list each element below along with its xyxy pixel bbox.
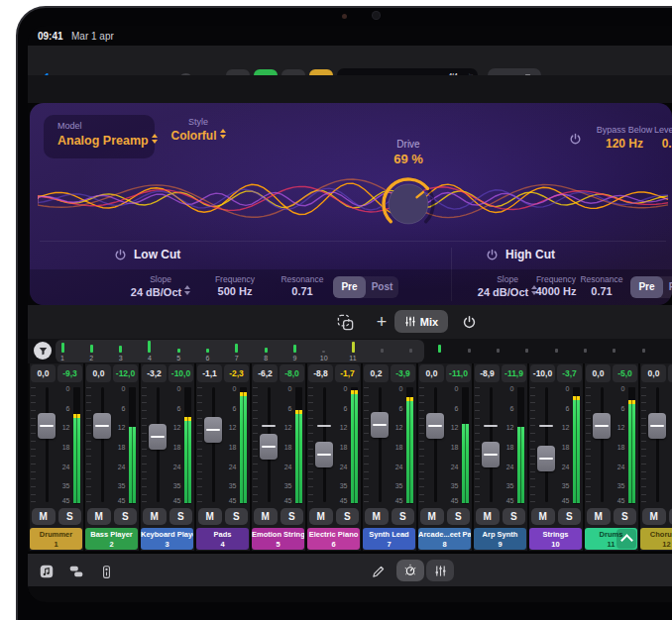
volume-fader[interactable] [370, 385, 390, 504]
overview-track-slot[interactable]: 8 [260, 339, 272, 363]
solo-button[interactable]: S [447, 508, 471, 525]
mute-button[interactable]: M [143, 508, 167, 525]
overview-track-slot[interactable]: 5 [172, 339, 184, 363]
overview-track-slot[interactable]: 10 [318, 339, 330, 363]
faders-view-button[interactable] [426, 560, 454, 581]
drive-knob[interactable] [379, 174, 438, 234]
mixer-power-button[interactable] [458, 312, 480, 332]
solo-button[interactable]: S [225, 508, 249, 525]
low-cut-frequency[interactable]: Frequency500 Hz [200, 269, 270, 297]
track-name-tag[interactable]: Keyboard Player3 [141, 528, 193, 550]
fader-cap[interactable] [371, 412, 389, 438]
track-name-tag[interactable]: Drums11 [585, 528, 637, 550]
overview-track-slot[interactable] [493, 339, 504, 363]
mute-button[interactable]: M [642, 508, 666, 525]
loops-browser-button[interactable] [36, 562, 57, 581]
volume-fader[interactable] [592, 385, 612, 504]
track-name-tag[interactable]: Strings10 [529, 528, 582, 550]
overview-track-slot[interactable]: 7 [231, 339, 243, 363]
overview-track-slot[interactable] [434, 339, 446, 363]
overview-track-slot[interactable] [579, 339, 591, 363]
high-cut-power-icon[interactable] [486, 249, 499, 261]
channel-strip-button[interactable] [95, 562, 117, 581]
fader-cap[interactable] [149, 424, 167, 450]
overview-track-slot[interactable]: 11 [347, 339, 359, 363]
add-track-button[interactable]: + [371, 309, 392, 335]
mute-button[interactable]: M [365, 508, 389, 525]
solo-button[interactable]: S [169, 508, 193, 525]
overview-track-slot[interactable] [376, 339, 388, 363]
model-selector[interactable]: Model Analog Preamp [44, 115, 155, 158]
pre-button[interactable]: Pre [333, 276, 366, 298]
patch-library-button[interactable] [65, 562, 87, 581]
volume-fader[interactable] [536, 385, 556, 504]
fader-cap[interactable] [260, 434, 278, 460]
solo-button[interactable]: S [280, 508, 304, 525]
overview-track-slot[interactable] [405, 339, 417, 363]
track-name-tag[interactable]: Synth Lead7 [363, 528, 415, 550]
mute-button[interactable]: M [87, 508, 111, 525]
track-name-tag[interactable]: Arp Synth9 [474, 528, 526, 550]
mute-button[interactable]: M [420, 508, 444, 525]
track-name-tag[interactable]: Pads4 [196, 528, 249, 550]
volume-fader[interactable] [481, 385, 501, 504]
mute-button[interactable]: M [198, 508, 222, 525]
fader-cap[interactable] [426, 413, 444, 439]
controls-view-button[interactable] [396, 560, 424, 581]
volume-fader[interactable] [647, 385, 667, 504]
overview-track-slot[interactable]: 3 [115, 339, 127, 363]
mix-toggle-button[interactable]: Mix [394, 310, 448, 333]
mute-button[interactable]: M [587, 508, 611, 525]
mute-button[interactable]: M [476, 508, 500, 525]
post-button[interactable]: Post [663, 276, 672, 298]
track-name-tag[interactable]: Bass Player2 [85, 528, 138, 550]
track-name-tag[interactable]: Arcade...eet Pad8 [418, 528, 471, 550]
fader-cap[interactable] [593, 413, 611, 439]
fader-cap[interactable] [315, 442, 333, 467]
track-name-tag[interactable]: Emotion Strings5 [252, 528, 304, 550]
overview-track-slot[interactable] [609, 339, 620, 363]
overview-track-slot[interactable]: 4 [144, 339, 156, 363]
mute-button[interactable]: M [32, 508, 56, 525]
volume-fader[interactable] [203, 385, 223, 504]
overview-track-slot[interactable] [521, 339, 533, 363]
solo-button[interactable]: S [558, 508, 582, 525]
volume-fader[interactable] [314, 385, 334, 504]
overview-track-slot[interactable] [550, 339, 562, 363]
mute-button[interactable]: M [309, 508, 333, 525]
track-name-tag[interactable]: Chorus V12 [640, 528, 672, 550]
volume-fader[interactable] [425, 385, 445, 504]
track-name-tag[interactable]: Electric Piano6 [307, 528, 360, 550]
fader-cap[interactable] [93, 413, 111, 439]
mute-button[interactable]: M [254, 508, 278, 525]
mute-button[interactable]: M [531, 508, 555, 525]
level-value[interactable]: 0.0 [652, 137, 672, 151]
fader-cap[interactable] [482, 442, 500, 467]
fader-cap[interactable] [648, 413, 666, 439]
solo-button[interactable]: S [614, 508, 637, 525]
low-cut-power-icon[interactable] [114, 249, 127, 261]
volume-fader[interactable] [148, 385, 168, 504]
track-name-tag[interactable]: Drummer1 [30, 528, 82, 550]
solo-button[interactable]: S [392, 508, 415, 525]
low-cut-slope[interactable]: Slope24 dB/Oct [126, 269, 195, 298]
overview-track-slot[interactable] [463, 339, 475, 363]
solo-button[interactable]: S [58, 508, 82, 525]
post-button[interactable]: Post [366, 276, 398, 298]
style-selector[interactable]: Colorful [159, 129, 238, 143]
collapse-mixer-button[interactable] [616, 529, 636, 549]
overview-track-slot[interactable]: 6 [202, 339, 214, 363]
overview-track-slot[interactable] [637, 339, 649, 363]
filter-tracks-button[interactable] [34, 342, 52, 360]
solo-button[interactable]: S [114, 508, 138, 525]
low-cut-resonance[interactable]: Resonance0.71 [268, 269, 337, 297]
volume-fader[interactable] [37, 385, 56, 504]
volume-fader[interactable] [92, 385, 112, 504]
fader-cap[interactable] [204, 417, 222, 443]
solo-button[interactable]: S [669, 508, 672, 525]
overview-track-slot[interactable]: 1 [56, 339, 68, 363]
overview-track-slot[interactable]: 9 [288, 339, 300, 363]
solo-button[interactable]: S [336, 508, 360, 525]
high-cut-resonance[interactable]: Resonance0.71 [567, 269, 636, 297]
pre-button[interactable]: Pre [630, 276, 663, 298]
